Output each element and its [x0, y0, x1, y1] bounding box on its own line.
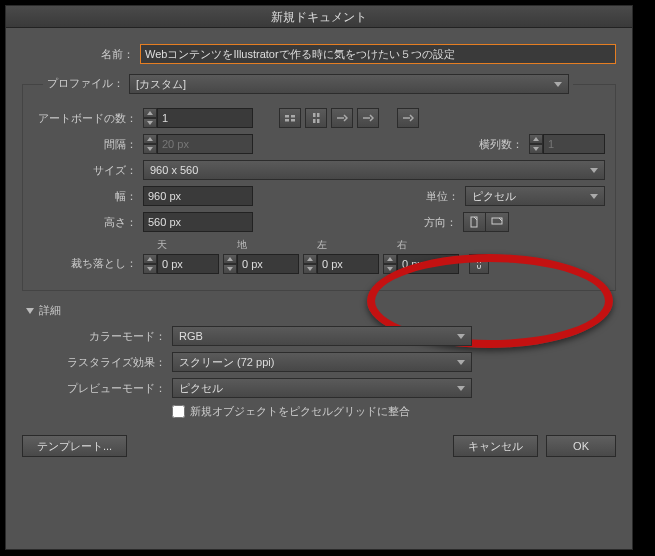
- svg-rect-3: [291, 119, 295, 122]
- svg-rect-5: [313, 119, 316, 123]
- orientation-label: 方向：: [424, 215, 463, 230]
- artboards-label: アートボードの数：: [33, 111, 143, 126]
- orientation-landscape-icon[interactable]: [486, 213, 508, 231]
- template-button[interactable]: テンプレート...: [22, 435, 127, 457]
- advanced-label: 詳細: [39, 303, 61, 318]
- ok-button[interactable]: OK: [546, 435, 616, 457]
- stepper-up-icon[interactable]: [143, 254, 157, 264]
- orientation-portrait-icon[interactable]: [464, 213, 486, 231]
- bleed-top-input[interactable]: [157, 254, 219, 274]
- dialog-title: 新規ドキュメント: [6, 6, 632, 28]
- width-label: 幅：: [33, 189, 143, 204]
- stepper-up-icon: [143, 134, 157, 144]
- bleed-bottom-stepper[interactable]: [223, 254, 299, 274]
- units-select[interactable]: ピクセル: [465, 186, 605, 206]
- bleed-top-stepper[interactable]: [143, 254, 219, 274]
- stepper-up-icon[interactable]: [303, 254, 317, 264]
- new-document-dialog: 新規ドキュメント 名前： プロファイル： [カスタム] アートボードの数：: [5, 5, 633, 550]
- bleed-top-label: 天: [143, 238, 219, 252]
- colormode-select[interactable]: RGB: [172, 326, 472, 346]
- link-bleed-icon[interactable]: [469, 254, 489, 274]
- width-input[interactable]: [143, 186, 253, 206]
- units-label: 単位：: [426, 189, 465, 204]
- profile-label: プロファイル：: [47, 77, 124, 89]
- bleed-left-label: 左: [303, 238, 379, 252]
- cancel-button[interactable]: キャンセル: [453, 435, 538, 457]
- bleed-right-stepper[interactable]: [383, 254, 459, 274]
- bleed-left-input[interactable]: [317, 254, 379, 274]
- height-input[interactable]: [143, 212, 253, 232]
- stepper-down-icon[interactable]: [223, 264, 237, 274]
- artboards-input[interactable]: [157, 108, 253, 128]
- name-input[interactable]: [140, 44, 616, 64]
- preview-select[interactable]: ピクセル: [172, 378, 472, 398]
- artboards-stepper[interactable]: [143, 108, 253, 128]
- columns-label: 横列数：: [479, 137, 529, 152]
- stepper-up-icon[interactable]: [383, 254, 397, 264]
- stepper-up-icon[interactable]: [223, 254, 237, 264]
- bleed-bottom-label: 地: [223, 238, 299, 252]
- bleed-left-stepper[interactable]: [303, 254, 379, 274]
- colormode-label: カラーモード：: [22, 329, 172, 344]
- stepper-down-icon[interactable]: [143, 118, 157, 128]
- size-select[interactable]: 960 x 560: [143, 160, 605, 180]
- size-label: サイズ：: [33, 163, 143, 178]
- stepper-down-icon: [143, 144, 157, 154]
- stepper-down-icon[interactable]: [143, 264, 157, 274]
- svg-rect-0: [285, 115, 289, 118]
- columns-input: [543, 134, 605, 154]
- svg-rect-6: [317, 113, 320, 117]
- arrange-row-icon[interactable]: [331, 108, 353, 128]
- columns-stepper: [529, 134, 605, 154]
- align-grid-label: 新規オブジェクトをピクセルグリッドに整合: [190, 404, 410, 419]
- stepper-down-icon[interactable]: [383, 264, 397, 274]
- spacing-label: 間隔：: [33, 137, 143, 152]
- triangle-down-icon: [26, 308, 34, 314]
- stepper-down-icon[interactable]: [303, 264, 317, 274]
- advanced-disclosure[interactable]: 詳細: [26, 303, 616, 318]
- svg-rect-2: [285, 119, 289, 122]
- raster-label: ラスタライズ効果：: [22, 355, 172, 370]
- arrange-extra-icon[interactable]: [397, 108, 419, 128]
- profile-select[interactable]: [カスタム]: [129, 74, 569, 94]
- svg-rect-7: [317, 119, 320, 123]
- arrange-col-icon[interactable]: [357, 108, 379, 128]
- profile-group: プロファイル： [カスタム] アートボードの数：: [22, 74, 616, 291]
- spacing-input: [157, 134, 253, 154]
- name-label: 名前：: [22, 47, 140, 62]
- preview-label: プレビューモード：: [22, 381, 172, 396]
- bleed-right-input[interactable]: [397, 254, 459, 274]
- bleed-label: 裁ち落とし：: [33, 256, 143, 274]
- arrange-grid-row-icon[interactable]: [279, 108, 301, 128]
- spacing-stepper: [143, 134, 253, 154]
- raster-select[interactable]: スクリーン (72 ppi): [172, 352, 472, 372]
- align-grid-checkbox[interactable]: [172, 405, 185, 418]
- height-label: 高さ：: [33, 215, 143, 230]
- bleed-bottom-input[interactable]: [237, 254, 299, 274]
- stepper-down-icon: [529, 144, 543, 154]
- arrange-grid-col-icon[interactable]: [305, 108, 327, 128]
- dialog-content: 名前： プロファイル： [カスタム] アートボードの数：: [6, 28, 632, 469]
- svg-rect-1: [291, 115, 295, 118]
- stepper-up-icon: [529, 134, 543, 144]
- svg-rect-4: [313, 113, 316, 117]
- bleed-right-label: 右: [383, 238, 459, 252]
- orientation-toggle[interactable]: [463, 212, 509, 232]
- stepper-up-icon[interactable]: [143, 108, 157, 118]
